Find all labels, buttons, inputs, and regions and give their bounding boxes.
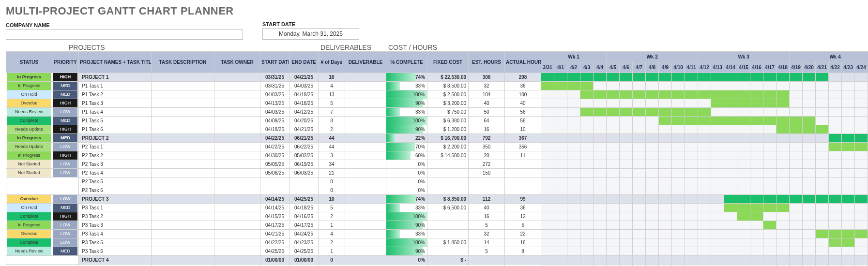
cell-est[interactable]: 104 (469, 90, 505, 99)
cell-fixed[interactable]: $ 1,200.00 (427, 125, 469, 134)
task-name[interactable]: P1 Task 4 (79, 108, 152, 117)
task-name[interactable]: P1 Task 2 (79, 90, 152, 99)
priority-badge[interactable]: LOW (53, 230, 77, 238)
cell-deliverable[interactable] (345, 212, 386, 221)
cell-act[interactable]: 100 (505, 90, 541, 99)
task-row[interactable]: Needs UpdateLOWP2 Task 104/22/2506/22/25… (6, 143, 868, 151)
cell-est[interactable]: 32 (469, 230, 505, 238)
cell-deliverable[interactable] (345, 143, 386, 151)
cell-act[interactable]: 298 (505, 73, 541, 82)
cell-est[interactable]: 16 (469, 212, 505, 221)
cell-owner[interactable] (214, 247, 260, 256)
cell-deliverable[interactable] (345, 90, 386, 99)
cell-sdate[interactable]: 05/06/25 (260, 169, 289, 177)
cell-sdate[interactable]: 05/05/25 (260, 160, 289, 169)
cell-desc[interactable] (152, 221, 214, 230)
cell-edate[interactable]: 04/16/25 (289, 212, 319, 221)
cell-deliverable[interactable] (345, 265, 386, 266)
task-name[interactable]: P1 Task 6 (79, 125, 152, 134)
cell-pct[interactable]: 33% (386, 82, 427, 90)
cell-days[interactable]: 5 (319, 99, 345, 108)
cell-edate[interactable]: 04/21/25 (289, 125, 319, 134)
cell-est[interactable] (469, 265, 505, 266)
project-row[interactable]: In ProgressHIGHPROJECT 103/31/2504/21/25… (6, 73, 868, 82)
cell-est[interactable]: 792 (469, 134, 505, 143)
cell-owner[interactable] (214, 265, 260, 266)
cell-act[interactable]: 36 (505, 82, 541, 90)
cell-sdate[interactable]: 03/31/25 (260, 73, 289, 82)
cell-est[interactable]: 5 (469, 221, 505, 230)
cell-est[interactable]: 40 (469, 99, 505, 108)
project-row[interactable]: OverdueLOWPROJECT 304/14/2504/25/251074%… (6, 195, 868, 204)
task-row[interactable]: In ProgressMEDP1 Task 103/31/2504/03/254… (6, 82, 868, 90)
cell-pct[interactable]: 0% (386, 177, 427, 186)
cell-fixed[interactable]: $ 3,200.00 (427, 99, 469, 108)
cell-pct[interactable]: 100% (386, 238, 427, 247)
priority-badge[interactable]: LOW (53, 221, 77, 229)
cell-sdate[interactable] (260, 265, 289, 266)
cell-sdate[interactable]: 04/03/25 (260, 108, 289, 117)
cell-fixed[interactable]: $ 1,850.00 (427, 238, 469, 247)
cell-edate[interactable]: 04/12/25 (289, 108, 319, 117)
col-header-status[interactable]: STATUS (6, 52, 52, 73)
cell-deliverable[interactable] (345, 125, 386, 134)
cell-desc[interactable] (152, 230, 214, 238)
task-row[interactable]: Needs UpdateHIGHP1 Task 604/18/2504/21/2… (6, 125, 868, 134)
cell-days[interactable]: 5 (319, 204, 345, 212)
priority-badge[interactable]: HIGH (53, 212, 77, 221)
cell-days[interactable]: 4 (319, 230, 345, 238)
cell-deliverable[interactable] (345, 230, 386, 238)
cell-pct[interactable]: 0% (386, 265, 427, 266)
cell-fixed[interactable] (427, 186, 469, 195)
cell-edate[interactable]: 04/17/25 (289, 221, 319, 230)
cell-days[interactable]: 4 (319, 82, 345, 90)
cell-sdate[interactable] (260, 177, 289, 186)
cell-pct[interactable]: 33% (386, 230, 427, 238)
cell-pct[interactable]: 33% (386, 204, 427, 212)
task-row[interactable]: P2 Task 600% (6, 186, 868, 195)
cell-deliverable[interactable] (345, 195, 386, 204)
cell-desc[interactable] (152, 134, 214, 143)
cell-desc[interactable] (152, 73, 214, 82)
task-name[interactable]: PROJECT 2 (79, 134, 152, 143)
cell-deliverable[interactable] (345, 134, 386, 143)
cell-edate[interactable]: 04/25/25 (289, 195, 319, 204)
cell-est[interactable] (469, 186, 505, 195)
cell-desc[interactable] (152, 143, 214, 151)
task-name[interactable]: P2 Task 1 (79, 143, 152, 151)
cell-act[interactable]: 367 (505, 134, 541, 143)
cell-act[interactable]: 16 (505, 238, 541, 247)
status-badge[interactable]: Overdue (7, 99, 51, 107)
cell-pct[interactable]: 74% (386, 73, 427, 82)
cell-edate[interactable]: 04/24/25 (289, 230, 319, 238)
col-header-edate[interactable]: END DATE (289, 52, 319, 73)
status-badge[interactable]: Complete (7, 212, 51, 221)
task-row[interactable]: Needs ReviewLOWP1 Task 404/03/2504/12/25… (6, 108, 868, 117)
cell-edate[interactable]: 04/18/25 (289, 99, 319, 108)
cell-desc[interactable] (152, 160, 214, 169)
cell-owner[interactable] (214, 230, 260, 238)
cell-edate[interactable]: 04/23/25 (289, 238, 319, 247)
status-badge[interactable]: In Progress (7, 134, 51, 142)
col-header-est[interactable]: EST. HOURS (469, 52, 505, 73)
cell-est[interactable]: 112 (469, 195, 505, 204)
priority-badge[interactable]: MED (53, 82, 77, 90)
col-header-desc[interactable]: TASK DESCRIPTION (152, 52, 214, 73)
cell-days[interactable]: 3 (319, 151, 345, 160)
cell-desc[interactable] (152, 195, 214, 204)
cell-desc[interactable] (152, 90, 214, 99)
priority-badge[interactable]: MED (53, 134, 77, 142)
cell-act[interactable] (505, 177, 541, 186)
cell-owner[interactable] (214, 212, 260, 221)
task-row[interactable]: CompleteHIGHP3 Task 204/15/2504/16/25210… (6, 212, 868, 221)
col-header-priority[interactable]: PRIORITY (52, 52, 79, 73)
task-name[interactable]: P3 Task 5 (79, 238, 152, 247)
status-badge[interactable]: On Hold (7, 90, 51, 99)
cell-edate[interactable] (289, 186, 319, 195)
priority-badge[interactable]: HIGH (53, 125, 77, 133)
cell-desc[interactable] (152, 99, 214, 108)
cell-est[interactable]: 64 (469, 117, 505, 125)
status-badge[interactable]: In Progress (7, 82, 51, 90)
cell-deliverable[interactable] (345, 117, 386, 125)
cell-pct[interactable]: 100% (386, 90, 427, 99)
